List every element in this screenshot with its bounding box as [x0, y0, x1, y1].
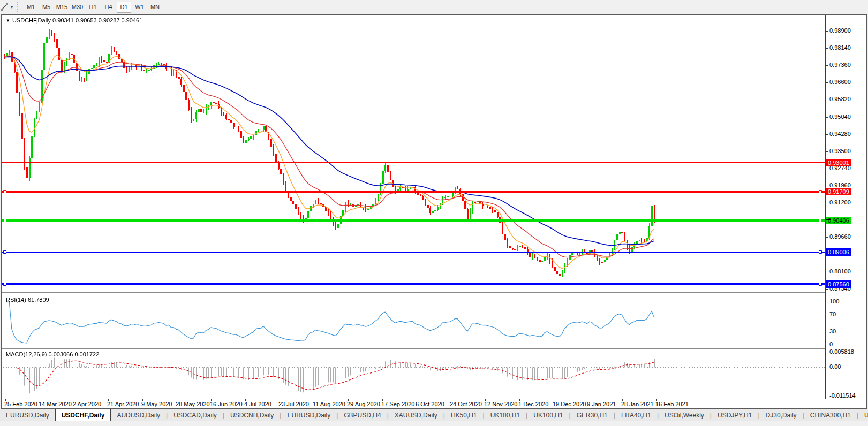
price-tick-dash [826, 203, 828, 203]
price-tick-dash [826, 82, 828, 83]
date-label: 14 Mar 2020 [39, 401, 72, 407]
price-tick-label: 0.88100 [829, 268, 851, 275]
price-tick-dash [826, 117, 828, 118]
chart-title: ▼USDCHF,Daily 0.90341 0.90653 0.90287 0.… [6, 17, 142, 24]
tab-GBPUSD-H4[interactable]: GBPUSD,H4 [338, 410, 387, 421]
price-tick-dash [826, 151, 828, 152]
rsi-tick-label: 70 [829, 311, 836, 317]
date-label: 21 Apr 2020 [107, 401, 139, 407]
price-axis[interactable]: 0.989000.981400.973600.966000.958200.950… [826, 15, 866, 408]
date-label: 24 Oct 2020 [450, 401, 482, 407]
date-label: 1 Dec 2020 [518, 401, 548, 407]
timeframe-button-D1[interactable]: D1 [117, 2, 131, 13]
tab-GER30-H1[interactable]: GER30,H1 [571, 410, 614, 421]
date-label: 23 Jul 2020 [278, 401, 309, 407]
tab-UK100-H1[interactable]: UK100,H1 [485, 410, 526, 421]
date-label: 28 Jan 2021 [621, 401, 654, 407]
price-tick-dash [826, 100, 828, 100]
date-label: 25 Feb 2020 [4, 401, 37, 407]
tab-USDJPY-H1[interactable]: USDJPY,H1 [712, 410, 758, 421]
timeframe-button-W1[interactable]: W1 [132, 2, 147, 13]
date-label: 4 Jul 2020 [244, 401, 271, 407]
tab-CHINA300-H1[interactable]: CHINA300,H1 [804, 410, 857, 421]
price-tick-dash [826, 65, 828, 66]
last-price-tick [826, 219, 831, 220]
symbol-tab-bar: EURUSD,DailyUSDCHF,DailyAUDUSD,Daily|USD… [0, 409, 868, 421]
rsi-indicator-canvas[interactable] [2, 294, 825, 347]
price-tick-label: 0.89660 [829, 233, 851, 240]
price-tick-label: 0.98140 [829, 44, 851, 51]
main-chart-canvas[interactable] [2, 15, 825, 292]
timeframe-button-M30[interactable]: M30 [70, 2, 85, 13]
timeframe-button-M1[interactable]: M1 [24, 2, 38, 13]
tab-EURUSD-Daily[interactable]: EURUSD,Daily [0, 410, 55, 421]
price-tick-dash [826, 134, 828, 135]
date-label: 12 Nov 2020 [484, 401, 517, 407]
timeframe-button-M15[interactable]: M15 [55, 2, 69, 13]
tab-HK50-H1[interactable]: HK50,H1 [445, 410, 483, 421]
price-tick-dash [826, 237, 828, 238]
plot-area [2, 15, 825, 408]
chart-title-text: USDCHF,Daily 0.90341 0.90653 0.90287 0.9… [12, 17, 142, 24]
price-tick-dash [826, 48, 828, 49]
hline-price-badge: 0.87560 [826, 280, 851, 288]
tab-DJ30-Daily[interactable]: DJ30,Daily [760, 410, 803, 421]
price-tick-dash [826, 272, 828, 272]
tab-USDCNH-Daily[interactable]: USDCNH,Daily [224, 410, 280, 421]
price-tick-label: 0.91200 [829, 199, 851, 206]
tab-FRA40-H1[interactable]: FRA40,H1 [615, 410, 657, 421]
macd-tick-label: 0.00 [829, 363, 841, 370]
symbol-caret-icon[interactable]: ▼ [6, 18, 10, 23]
price-tick-label: 0.94280 [829, 131, 851, 137]
timeframe-button-MN[interactable]: MN [148, 2, 162, 13]
date-label: 16 Jun 2020 [210, 401, 243, 407]
macd-panel-label: MACD(12,26,9) 0.003066 0.001722 [6, 351, 99, 357]
date-label: 28 May 2020 [176, 401, 210, 407]
date-label: 19 Dec 2020 [553, 401, 586, 407]
panel-splitter[interactable] [2, 347, 866, 349]
tab-XAUUSD-Daily[interactable]: XAUUSD,Daily [389, 410, 443, 421]
price-tick-dash [826, 169, 828, 169]
date-label: 16 Feb 2021 [655, 401, 689, 407]
cursor-style-tool[interactable]: ▾ [0, 0, 15, 14]
timeframe-buttons: M1M5M15M30H1H4D1W1MN [23, 2, 163, 13]
price-tick-label: 0.97360 [829, 62, 851, 68]
price-tick-label: 0.95040 [829, 113, 851, 120]
price-tick-label: 0.95820 [829, 96, 851, 102]
price-tick-dash [826, 186, 828, 186]
tab-USDCHF-Daily[interactable]: USDCHF,Daily [55, 409, 111, 421]
date-label: 2 Apr 2020 [73, 401, 101, 407]
tab-USDCAD-Daily[interactable]: USDCAD,Daily [168, 410, 223, 421]
timeframe-toolbar: ▾ M1M5M15M30H1H4D1W1MN [0, 0, 868, 14]
date-label: 29 Aug 2020 [347, 401, 380, 407]
price-tick-label: 0.96600 [829, 79, 851, 85]
timeframe-button-H4[interactable]: H4 [101, 2, 116, 13]
price-tick-dash [826, 31, 828, 32]
date-label: 17 Sep 2020 [381, 401, 414, 407]
tab-UK100-H1[interactable]: UK100,H1 [527, 410, 569, 421]
macd-tick-label: 0.005818 [829, 348, 854, 355]
date-label: 11 Aug 2020 [313, 401, 345, 407]
date-label: 9 Jan 2021 [587, 401, 616, 407]
date-axis[interactable]: 25 Feb 202014 Mar 20202 Apr 202021 Apr 2… [2, 399, 866, 408]
status-strip [0, 421, 868, 426]
price-tick-label: 0.98900 [829, 27, 851, 34]
toolbar-grip[interactable] [17, 2, 20, 12]
timeframe-button-M5[interactable]: M5 [39, 2, 54, 13]
tab-U[interactable]: U [858, 410, 868, 421]
tab-AUDUSD-Daily[interactable]: AUDUSD,Daily [111, 410, 166, 421]
rsi-tick-label: 30 [829, 328, 836, 334]
date-label: 6 Oct 2020 [416, 401, 444, 407]
trading-platform: ▾ M1M5M15M30H1H4D1W1MN ▼USDCHF,Daily 0.9… [0, 0, 868, 426]
rsi-tick-label: 100 [829, 298, 839, 305]
line-style-icon [1, 3, 9, 11]
panel-splitter[interactable] [2, 292, 866, 294]
rsi-panel-label: RSI(14) 61.7809 [6, 296, 49, 303]
chart-window: ▼USDCHF,Daily 0.90341 0.90653 0.90287 0.… [1, 14, 867, 409]
price-tick-label: 0.93500 [829, 148, 851, 154]
tab-USOil-Weekly[interactable]: USOil,Weekly [659, 410, 710, 421]
tab-EURUSD-Daily[interactable]: EURUSD,Daily [281, 410, 336, 421]
timeframe-button-H1[interactable]: H1 [86, 2, 100, 13]
rsi-tick-label: 0 [829, 341, 833, 347]
macd-indicator-canvas[interactable] [2, 349, 825, 399]
